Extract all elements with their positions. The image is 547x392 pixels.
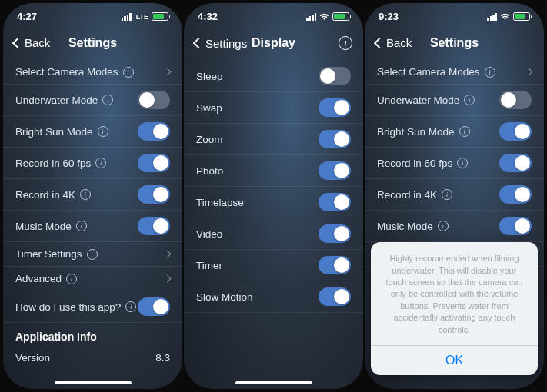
status-right: LTE xyxy=(122,12,168,21)
row-video: Video xyxy=(184,218,363,250)
info-icon[interactable]: i xyxy=(459,126,470,137)
row-timelapse: Timelapse xyxy=(184,187,363,218)
home-indicator[interactable] xyxy=(55,381,132,384)
info-icon[interactable]: i xyxy=(339,36,352,50)
wifi-icon xyxy=(500,13,510,21)
home-indicator[interactable] xyxy=(235,381,312,384)
row-howto: How do I use this app?i xyxy=(3,291,182,323)
toggle-timelapse[interactable] xyxy=(319,193,351,211)
info-icon[interactable]: i xyxy=(123,67,134,78)
toggle-underwater[interactable] xyxy=(499,91,532,109)
chevron-right-icon xyxy=(525,68,533,76)
battery-icon xyxy=(332,12,349,21)
status-bar: 4:27 LTE xyxy=(3,3,182,25)
toggle-timer[interactable] xyxy=(319,256,351,274)
battery-icon xyxy=(152,12,168,21)
row-zoom: Zoom xyxy=(184,124,363,155)
toggle-slowmotion[interactable] xyxy=(319,287,351,306)
info-icon[interactable]: i xyxy=(464,95,475,105)
row-60fps: Record in 60 fpsi xyxy=(3,148,182,179)
row-sleep: Sleep xyxy=(184,61,363,92)
row-bright-sun: Bright Sun Modei xyxy=(365,116,544,148)
status-right xyxy=(306,12,349,21)
battery-icon xyxy=(513,12,530,21)
nav-right: i xyxy=(335,36,352,50)
status-right xyxy=(487,12,530,21)
toggle-music[interactable] xyxy=(499,217,532,235)
status-bar: 9:23 xyxy=(365,3,544,25)
toggle-swap[interactable] xyxy=(319,98,351,117)
phone-screen-1: 4:27 LTE Back Settings Select Camera Mod… xyxy=(3,3,182,389)
nav-bar: Back Settings xyxy=(3,25,182,57)
info-icon[interactable]: i xyxy=(442,189,452,200)
network-label: LTE xyxy=(136,13,148,21)
toggle-4k[interactable] xyxy=(138,185,170,204)
row-underwater-mode: Underwater Modei xyxy=(365,85,544,116)
info-icon[interactable]: i xyxy=(125,301,136,312)
row-underwater-mode: Underwater Modei xyxy=(3,85,182,116)
info-icon[interactable]: i xyxy=(485,67,495,78)
toggle-4k[interactable] xyxy=(499,185,532,204)
chevron-left-icon xyxy=(374,37,385,48)
row-advanced[interactable]: Advancedi xyxy=(3,267,182,291)
row-select-camera-modes[interactable]: Select Camera Modesi xyxy=(365,60,544,85)
status-bar: 4:32 xyxy=(184,3,363,25)
row-select-camera-modes[interactable]: Select Camera Modesi xyxy=(3,60,182,85)
toggle-60fps[interactable] xyxy=(138,154,170,172)
info-icon[interactable]: i xyxy=(80,189,91,200)
row-photo: Photo xyxy=(184,155,363,187)
back-button[interactable]: Back xyxy=(14,36,50,49)
back-label: Back xyxy=(25,36,50,49)
toggle-bright-sun[interactable] xyxy=(499,122,532,141)
info-icon[interactable]: i xyxy=(66,274,77,284)
chevron-right-icon xyxy=(164,68,172,76)
row-music-mode: Music Modei xyxy=(3,211,182,242)
row-4k: Record in 4Ki xyxy=(365,179,544,211)
row-4k: Record in 4Ki xyxy=(3,179,182,211)
signal-icon xyxy=(122,13,132,21)
status-time: 9:23 xyxy=(379,11,399,22)
status-time: 4:32 xyxy=(198,11,218,22)
alert-ok-button[interactable]: OK xyxy=(371,345,538,375)
chevron-left-icon xyxy=(193,38,204,48)
toggle-bright-sun[interactable] xyxy=(138,122,170,141)
info-icon[interactable]: i xyxy=(87,249,98,260)
wifi-icon xyxy=(319,13,329,21)
info-icon[interactable]: i xyxy=(102,95,113,105)
phone-screen-3: 9:23 Back Settings Select Camera Modesi … xyxy=(365,3,544,389)
alert-dialog: Highly recommended when filming underwat… xyxy=(371,242,538,375)
back-button[interactable]: Back xyxy=(375,36,412,49)
toggle-zoom[interactable] xyxy=(319,130,351,148)
row-swap: Swap xyxy=(184,92,363,124)
signal-icon xyxy=(306,13,316,21)
row-version: Version8.3 xyxy=(3,346,182,370)
back-button[interactable]: Settings xyxy=(195,37,247,50)
info-icon[interactable]: i xyxy=(438,221,449,231)
info-icon[interactable]: i xyxy=(98,126,108,137)
toggle-howto[interactable] xyxy=(138,297,170,316)
chevron-left-icon xyxy=(12,37,23,48)
chevron-right-icon xyxy=(164,251,172,258)
info-icon[interactable]: i xyxy=(76,221,87,231)
phone-screen-2: 4:32 Settings Display i Sleep Swap Zoom … xyxy=(184,3,363,389)
toggle-music[interactable] xyxy=(138,217,170,235)
toggle-60fps[interactable] xyxy=(499,154,532,172)
nav-bar: Back Settings xyxy=(365,25,544,57)
toggle-sleep[interactable] xyxy=(319,67,351,85)
nav-bar: Settings Display i xyxy=(184,25,363,58)
row-slowmotion: Slow Motion xyxy=(184,281,363,313)
toggle-video[interactable] xyxy=(319,224,351,243)
signal-icon xyxy=(487,13,497,21)
alert-message: Highly recommended when filming underwat… xyxy=(371,242,538,345)
section-app-info: Application Info xyxy=(3,323,182,346)
row-bright-sun: Bright Sun Modei xyxy=(3,116,182,148)
toggle-underwater[interactable] xyxy=(138,91,170,109)
settings-list: Select Camera Modesi Underwater Modei Br… xyxy=(3,57,182,373)
row-timer-settings[interactable]: Timer Settingsi xyxy=(3,242,182,267)
info-icon[interactable]: i xyxy=(95,158,106,168)
row-timer: Timer xyxy=(184,250,363,281)
toggle-photo[interactable] xyxy=(319,161,351,180)
settings-list: Sleep Swap Zoom Photo Timelapse Video Ti… xyxy=(184,58,363,316)
info-icon[interactable]: i xyxy=(457,158,468,168)
status-time: 4:27 xyxy=(17,11,37,22)
